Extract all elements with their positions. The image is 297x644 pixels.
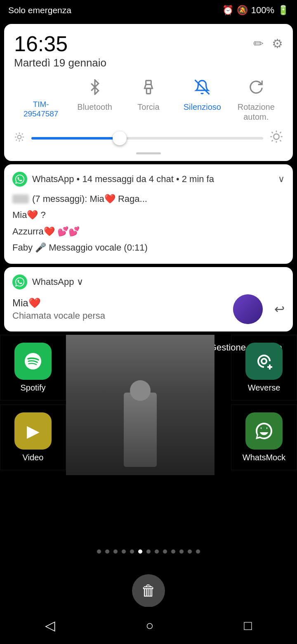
whatsmock-label: WhatsMock — [243, 453, 285, 462]
svg-rect-1 — [146, 88, 151, 94]
qs-header: 16:35 Martedì 19 gennaio ✏ ⚙ — [14, 32, 283, 69]
bluetooth-label: Bluetooth — [77, 102, 112, 112]
whatsmock-icon — [245, 412, 283, 450]
notif-header-2: WhatsApp ∨ — [12, 275, 285, 289]
delete-button[interactable]: 🗑 — [132, 574, 165, 607]
wallpaper-preview — [66, 335, 214, 475]
video-icon: ▶ — [14, 412, 52, 450]
brightness-slider[interactable] — [31, 137, 263, 140]
svg-line-19 — [272, 140, 273, 142]
toggle-rotate[interactable]: Rotazioneautom. — [233, 79, 279, 122]
svg-point-3 — [18, 135, 21, 139]
home-button[interactable]: ○ — [146, 618, 153, 633]
recent-button[interactable]: □ — [244, 618, 252, 633]
mute-icon: 🔕 — [237, 5, 248, 16]
svg-point-12 — [273, 134, 279, 140]
svg-line-10 — [16, 140, 17, 140]
bluetooth-icon — [87, 79, 103, 99]
qs-date: Martedì 19 gennaio — [14, 57, 106, 69]
page-dots — [0, 549, 297, 554]
right-app-column: Weverse WhatsMock — [231, 335, 297, 470]
notif-call-text: Mia❤️ Chiamata vocale persa — [12, 297, 226, 321]
svg-line-11 — [22, 133, 23, 134]
app-weverse[interactable]: Weverse — [231, 335, 297, 400]
status-bar: Solo emergenza ⏰ 🔕 100% 🔋 — [0, 0, 297, 21]
brightness-min-icon — [14, 132, 25, 145]
app-whatsmock[interactable]: WhatsMock — [231, 405, 297, 470]
brightness-row — [14, 130, 283, 147]
notif-line-0: (7 messaggi): Mia❤️ Raga... — [32, 192, 147, 206]
svg-rect-0 — [146, 80, 151, 85]
notification-whatsapp-multi[interactable]: WhatsApp • 14 messaggi da 4 chat • 2 min… — [4, 164, 293, 264]
silent-label: Silenzioso — [184, 102, 221, 112]
notif-chevron-1[interactable]: ∨ — [278, 174, 285, 185]
dot-4 — [122, 549, 126, 554]
page-dots-area — [0, 546, 297, 554]
app-video[interactable]: ▶ Video — [0, 405, 66, 470]
weverse-icon — [245, 343, 283, 380]
rotate-icon — [248, 79, 264, 99]
notif-title-1: WhatsApp • 14 messaggi da 4 chat • 2 min… — [32, 174, 273, 185]
back-button[interactable]: ◁ — [45, 618, 55, 633]
whatsapp-app-icon — [12, 172, 27, 187]
notif-sender: Mia❤️ — [12, 297, 226, 309]
notification-whatsapp-call[interactable]: WhatsApp ∨ Mia❤️ Chiamata vocale persa ↩ — [4, 267, 293, 331]
quick-settings-panel: 16:35 Martedì 19 gennaio ✏ ⚙ TIM-2954758… — [4, 24, 293, 161]
qs-time: 16:35 — [14, 32, 106, 56]
svg-line-20 — [280, 132, 281, 133]
battery-percent: 100% — [251, 5, 274, 16]
alarm-icon: ⏰ — [222, 5, 233, 16]
torch-icon — [141, 79, 156, 99]
video-label: Video — [23, 453, 44, 462]
dot-13 — [196, 549, 200, 554]
wifi-label: TIM-29547587 — [18, 100, 64, 119]
toggle-silent[interactable]: Silenzioso — [179, 79, 225, 122]
torch-label: Torcia — [137, 102, 159, 112]
reply-icon[interactable]: ↩ — [274, 302, 285, 316]
silent-icon — [194, 79, 210, 99]
dot-8 — [155, 549, 159, 554]
notif-preview-row: (7 messaggi): Mia❤️ Raga... — [12, 192, 285, 206]
toggle-bluetooth[interactable]: Bluetooth — [72, 79, 118, 122]
qs-handle — [14, 152, 283, 154]
notif-line-2: Azzurra❤️ 💕💕 — [12, 224, 285, 239]
contact-avatar — [233, 294, 263, 324]
whatsapp-app-icon-2 — [12, 275, 27, 289]
notif-line-3: Faby 🎤 Messaggio vocale (0:11) — [12, 240, 285, 255]
nav-bar: ◁ ○ □ — [0, 607, 297, 644]
dot-9 — [163, 549, 167, 554]
left-app-column: Spotify ▶ Video — [0, 335, 66, 470]
edit-icon[interactable]: ✏ — [253, 36, 264, 51]
spotify-icon — [14, 343, 52, 380]
dot-3 — [113, 549, 118, 554]
dot-2 — [105, 549, 109, 554]
notif-title-2: WhatsApp ∨ — [32, 277, 285, 287]
home-screen: Gestione notifiche Spotify ▶ Video Wever… — [0, 335, 297, 566]
dot-5 — [130, 549, 134, 554]
blurred-avatar — [12, 194, 29, 204]
qs-datetime: 16:35 Martedì 19 gennaio — [14, 32, 106, 69]
svg-line-2 — [195, 80, 210, 95]
app-spotify[interactable]: Spotify — [0, 335, 66, 400]
spotify-label: Spotify — [20, 383, 45, 393]
toggle-torch[interactable]: Torcia — [126, 79, 171, 122]
dot-11 — [179, 549, 184, 554]
svg-line-8 — [16, 133, 17, 134]
dot-6 — [138, 549, 142, 554]
settings-icon[interactable]: ⚙ — [272, 36, 283, 51]
battery-icon: 🔋 — [278, 5, 289, 16]
svg-line-17 — [272, 132, 273, 133]
qs-toggles: TIM-29547587 Bluetooth Torcia Silenzioso — [14, 79, 283, 122]
weverse-label: Weverse — [248, 383, 280, 393]
toggle-wifi[interactable]: TIM-29547587 — [18, 79, 64, 122]
rotate-label: Rotazioneautom. — [238, 102, 275, 122]
notif-call-message: Chiamata vocale persa — [12, 310, 226, 321]
delete-button-area: 🗑 — [0, 574, 297, 607]
svg-line-18 — [280, 140, 281, 142]
dot-10 — [171, 549, 175, 554]
qs-actions: ✏ ⚙ — [253, 36, 283, 51]
svg-point-21 — [262, 359, 266, 364]
status-left: Solo emergenza — [8, 5, 71, 15]
svg-line-9 — [22, 140, 23, 140]
notif-body-1: (7 messaggi): Mia❤️ Raga... Mia❤️ ? Azzu… — [12, 192, 285, 255]
